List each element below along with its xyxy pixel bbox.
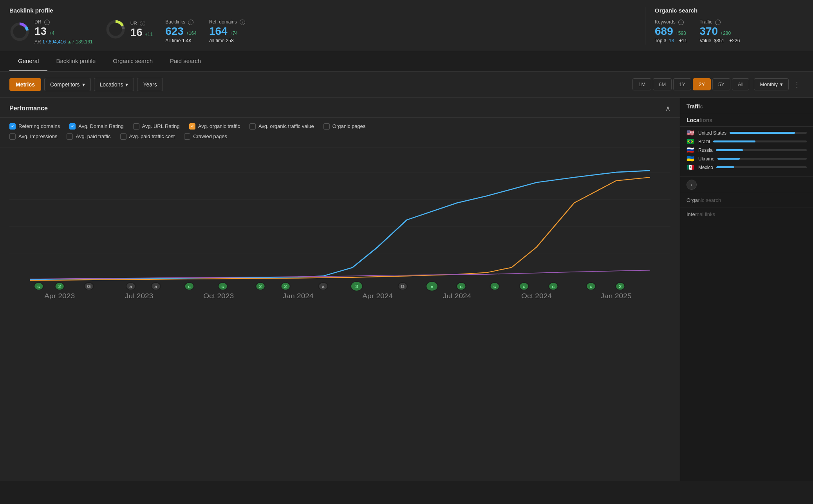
ur-change: +11	[145, 32, 153, 37]
svg-text:2: 2	[619, 284, 622, 289]
rp-locations-label: Loca	[687, 117, 699, 123]
ur-info-icon[interactable]: i	[140, 21, 145, 26]
dr-change: +4	[49, 31, 54, 36]
cb-ref-domains[interactable]: ✓ Referring domains	[9, 123, 60, 130]
us-bar-wrap	[730, 132, 807, 134]
competitors-button[interactable]: Competitors ▾	[44, 78, 90, 91]
ref-domains-label: Ref. domains i	[209, 19, 245, 25]
mx-bar	[716, 166, 734, 168]
traffic-value-change: +226	[729, 38, 740, 43]
time-1m[interactable]: 1M	[632, 78, 651, 90]
ur-card: UR i 16 +11	[105, 19, 153, 40]
traffic-change: +280	[720, 31, 731, 36]
cb-organic-pages[interactable]: Organic pages	[323, 123, 366, 130]
monthly-button[interactable]: Monthly ▾	[754, 78, 789, 90]
svg-text:c: c	[37, 284, 40, 289]
backlinks-info-icon[interactable]: i	[188, 20, 193, 25]
monthly-chevron-icon: ▾	[780, 81, 783, 87]
rp-collapse-area: ‹	[680, 176, 813, 193]
tab-organic-search[interactable]: Organic search	[104, 51, 161, 71]
traffic-values: Traffic i 370 +280 Value $351 +226	[699, 19, 740, 43]
traffic-info-icon[interactable]: i	[715, 20, 721, 25]
performance-title: Performance	[9, 105, 48, 112]
flag-row-ru: 🇷🇺 Russia	[687, 147, 807, 153]
tab-backlink-profile[interactable]: Backlink profile	[47, 51, 104, 71]
backlinks-sub: All time 1.4K	[165, 38, 197, 43]
ru-flag-icon: 🇷🇺	[687, 147, 695, 153]
dr-values: DR i 13 +4 AR 17,894,416 ▲7,189,161	[34, 19, 93, 45]
cb-avg-organic-val[interactable]: Avg. organic traffic value	[249, 123, 314, 130]
dr-info-icon[interactable]: i	[44, 20, 50, 25]
mx-label: Mexico	[698, 165, 713, 170]
cb-crawled-pages[interactable]: Crawled pages	[184, 133, 227, 140]
cb-avg-url[interactable]: Avg. URL Rating	[133, 123, 180, 130]
time-6m[interactable]: 6M	[653, 78, 672, 90]
chart-controls: Metrics Competitors ▾ Locations ▾ Years …	[0, 72, 813, 98]
ur-donut	[105, 19, 126, 40]
cb-avg-dr-label: Avg. Domain Rating	[78, 123, 123, 129]
cb-avg-impressions-label: Avg. Impressions	[18, 133, 57, 139]
flag-row-ua: 🇺🇦 Ukraine	[687, 156, 807, 162]
dr-card: DR i 13 +4 AR 17,894,416 ▲7,189,161	[9, 19, 93, 45]
keywords-values: Keywords i 689 +593 Top 3 13 +11	[655, 19, 687, 43]
keywords-label: Keywords i	[655, 19, 687, 25]
competitors-label: Competitors	[50, 81, 79, 88]
keywords-top3: 13	[669, 38, 674, 43]
cb-avg-organic[interactable]: ✓ Avg. organic traffic	[189, 123, 240, 130]
svg-text:2: 2	[58, 284, 61, 289]
tab-general[interactable]: General	[9, 51, 47, 71]
keywords-info-icon[interactable]: i	[678, 20, 684, 25]
rp-inter-label: Inte	[687, 211, 695, 217]
divider-v	[645, 7, 645, 45]
cb-avg-paid-box	[67, 133, 73, 140]
time-1y[interactable]: 1Y	[673, 78, 691, 90]
controls-left: Metrics Competitors ▾ Locations ▾ Years	[9, 78, 163, 91]
rp-inter-row: Internal links	[680, 207, 813, 221]
traffic-value: 370	[699, 26, 718, 37]
dr-label: DR i	[34, 19, 93, 25]
dr-value: 13	[34, 26, 47, 37]
br-flag-icon: 🇧🇷	[687, 139, 695, 145]
ref-domains-change: +74	[230, 31, 238, 36]
metrics-button[interactable]: Metrics	[9, 78, 41, 91]
more-button[interactable]: ⋮	[790, 79, 804, 90]
locations-button[interactable]: Locations ▾	[94, 78, 134, 91]
traffic-card: Traffic i 370 +280 Value $351 +226	[699, 19, 740, 43]
time-5y[interactable]: 5Y	[712, 78, 730, 90]
flag-row-mx: 🇲🇽 Mexico	[687, 164, 807, 171]
ua-flag-icon: 🇺🇦	[687, 156, 695, 162]
svg-text:Oct 2024: Oct 2024	[521, 292, 552, 299]
cb-avg-impressions[interactable]: Avg. Impressions	[9, 133, 57, 140]
collapse-button[interactable]: ∧	[665, 104, 670, 113]
svg-chart-container: Apr 2023 Jul 2023 Oct 2023 Jan 2024 Apr …	[0, 148, 680, 317]
time-all[interactable]: All	[732, 78, 749, 90]
ru-label: Russia	[698, 148, 713, 153]
tab-paid-search[interactable]: Paid search	[161, 51, 210, 71]
cb-avg-paid-cost[interactable]: Avg. paid traffic cost	[120, 133, 175, 140]
right-panel-collapse-button[interactable]: ‹	[687, 180, 697, 190]
svg-text:Apr 2024: Apr 2024	[362, 292, 393, 299]
years-button[interactable]: Years	[137, 78, 163, 91]
svg-text:a: a	[129, 284, 132, 289]
years-label: Years	[143, 81, 157, 88]
ref-domains-value: 164	[209, 26, 228, 37]
svg-text:Jul 2023: Jul 2023	[125, 292, 154, 299]
ur-value: 16	[130, 27, 143, 38]
rp-organic-label: Orga	[687, 197, 698, 203]
svg-text:Jul 2024: Jul 2024	[443, 292, 472, 299]
svg-text:3: 3	[355, 284, 358, 289]
ref-domains-info-icon[interactable]: i	[240, 20, 245, 25]
svg-text:G: G	[87, 284, 91, 289]
cb-avg-dr[interactable]: ✓ Avg. Domain Rating	[69, 123, 123, 130]
flag-row-br: 🇧🇷 Brazil	[687, 139, 807, 145]
cb-avg-paid[interactable]: Avg. paid traffic	[67, 133, 110, 140]
backlinks-label: Backlinks i	[165, 19, 197, 25]
ref-domains-values: Ref. domains i 164 +74 All time 258	[209, 19, 245, 43]
cb-avg-paid-cost-label: Avg. paid traffic cost	[129, 133, 175, 139]
cb-ref-domains-label: Referring domains	[18, 123, 60, 129]
svg-text:c: c	[460, 284, 463, 289]
mx-bar-wrap	[716, 166, 807, 168]
time-2y[interactable]: 2Y	[693, 78, 711, 90]
backlinks-change: +164	[186, 31, 197, 36]
cb-avg-organic-val-box	[249, 123, 256, 130]
